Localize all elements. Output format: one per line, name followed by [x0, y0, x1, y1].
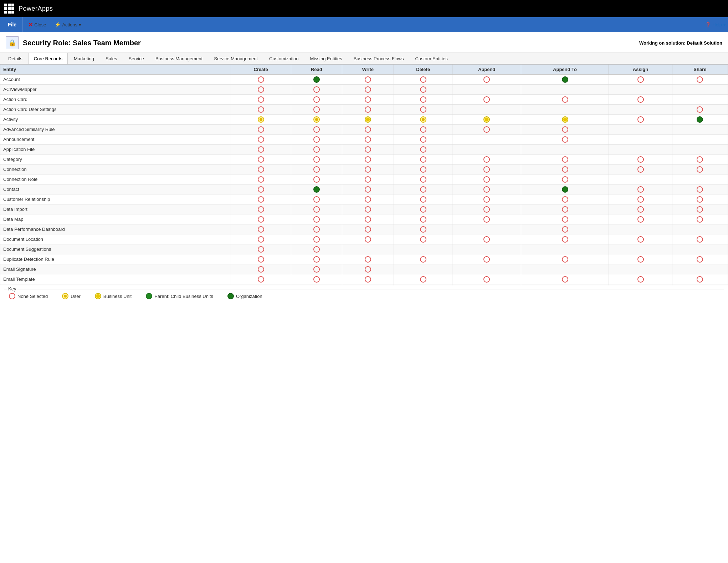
tab-custom-entities[interactable]: Custom Entities — [410, 53, 453, 64]
circle-none[interactable] — [420, 176, 426, 183]
perm-append[interactable] — [452, 174, 521, 184]
circle-none[interactable] — [365, 276, 371, 283]
perm-write[interactable] — [342, 274, 394, 284]
help-button[interactable]: ❓ Help ▾ — [705, 22, 726, 27]
perm-write[interactable] — [342, 194, 394, 204]
perm-read[interactable] — [291, 214, 342, 224]
circle-none[interactable] — [313, 276, 320, 283]
tab-business-process-flows[interactable]: Business Process Flows — [348, 53, 409, 64]
perm-append_to[interactable] — [521, 224, 609, 234]
circle-none[interactable] — [365, 236, 371, 243]
perm-create[interactable] — [231, 224, 291, 234]
perm-delete[interactable] — [394, 154, 452, 164]
perm-assign[interactable] — [609, 184, 672, 194]
circle-bu[interactable] — [562, 116, 568, 123]
perm-read[interactable] — [291, 204, 342, 214]
perm-assign[interactable] — [609, 224, 672, 234]
perm-append_to[interactable] — [521, 115, 609, 125]
circle-none[interactable] — [562, 226, 568, 233]
perm-write[interactable] — [342, 264, 394, 274]
circle-none[interactable] — [313, 126, 320, 133]
circle-none[interactable] — [637, 256, 644, 263]
perm-assign[interactable] — [609, 164, 672, 174]
circle-none[interactable] — [420, 216, 426, 223]
perm-delete[interactable] — [394, 234, 452, 244]
circle-none[interactable] — [637, 156, 644, 163]
circle-none[interactable] — [483, 216, 490, 223]
circle-none[interactable] — [365, 206, 371, 213]
tab-marketing[interactable]: Marketing — [68, 53, 99, 64]
perm-write[interactable] — [342, 164, 394, 174]
perm-append_to[interactable] — [521, 174, 609, 184]
perm-append_to[interactable] — [521, 204, 609, 214]
circle-org[interactable] — [313, 76, 320, 83]
circle-none[interactable] — [697, 236, 703, 243]
close-button[interactable]: ✕ Close — [27, 21, 47, 29]
circle-none[interactable] — [420, 276, 426, 283]
circle-none[interactable] — [562, 256, 568, 263]
circle-none[interactable] — [562, 166, 568, 173]
circle-none[interactable] — [258, 136, 264, 143]
circle-none[interactable] — [365, 216, 371, 223]
perm-append[interactable] — [452, 274, 521, 284]
circle-none[interactable] — [483, 206, 490, 213]
circle-none[interactable] — [258, 276, 264, 283]
perm-create[interactable] — [231, 95, 291, 105]
perm-read[interactable] — [291, 274, 342, 284]
circle-none[interactable] — [483, 176, 490, 183]
perm-write[interactable] — [342, 144, 394, 154]
circle-none[interactable] — [313, 256, 320, 263]
circle-user[interactable] — [420, 116, 426, 123]
perm-create[interactable] — [231, 144, 291, 154]
circle-none[interactable] — [420, 226, 426, 233]
circle-none[interactable] — [420, 156, 426, 163]
perm-assign[interactable] — [609, 95, 672, 105]
perm-create[interactable] — [231, 234, 291, 244]
perm-delete[interactable] — [394, 214, 452, 224]
perm-read[interactable] — [291, 234, 342, 244]
perm-share[interactable] — [672, 125, 728, 135]
circle-bu[interactable] — [483, 116, 490, 123]
perm-read[interactable] — [291, 224, 342, 234]
tab-details[interactable]: Details — [3, 53, 28, 64]
perm-share[interactable] — [672, 274, 728, 284]
perm-append[interactable] — [452, 254, 521, 264]
circle-none[interactable] — [637, 196, 644, 203]
perm-read[interactable] — [291, 115, 342, 125]
perm-append_to[interactable] — [521, 105, 609, 115]
circle-parent[interactable] — [146, 293, 152, 299]
circle-none[interactable] — [483, 96, 490, 103]
circle-none[interactable] — [420, 126, 426, 133]
perm-delete[interactable] — [394, 264, 452, 274]
circle-none[interactable] — [420, 136, 426, 143]
circle-org[interactable] — [227, 293, 234, 299]
circle-none[interactable] — [562, 176, 568, 183]
perm-read[interactable] — [291, 164, 342, 174]
circle-none[interactable] — [562, 236, 568, 243]
circle-none[interactable] — [313, 216, 320, 223]
perm-read[interactable] — [291, 85, 342, 95]
perm-append_to[interactable] — [521, 85, 609, 95]
perm-append_to[interactable] — [521, 135, 609, 144]
perm-append_to[interactable] — [521, 125, 609, 135]
perm-write[interactable] — [342, 105, 394, 115]
circle-none[interactable] — [420, 106, 426, 113]
circle-none[interactable] — [483, 76, 490, 83]
circle-none[interactable] — [258, 186, 264, 193]
circle-none[interactable] — [258, 196, 264, 203]
perm-assign[interactable] — [609, 194, 672, 204]
perm-write[interactable] — [342, 125, 394, 135]
circle-none[interactable] — [637, 236, 644, 243]
circle-none[interactable] — [313, 206, 320, 213]
file-button[interactable]: File — [2, 17, 22, 32]
perm-read[interactable] — [291, 75, 342, 85]
perm-read[interactable] — [291, 194, 342, 204]
perm-append[interactable] — [452, 154, 521, 164]
perm-assign[interactable] — [609, 135, 672, 144]
circle-none[interactable] — [365, 76, 371, 83]
perm-append[interactable] — [452, 244, 521, 254]
circle-org[interactable] — [562, 186, 568, 193]
perm-delete[interactable] — [394, 144, 452, 154]
circle-none[interactable] — [420, 196, 426, 203]
perm-share[interactable] — [672, 144, 728, 154]
